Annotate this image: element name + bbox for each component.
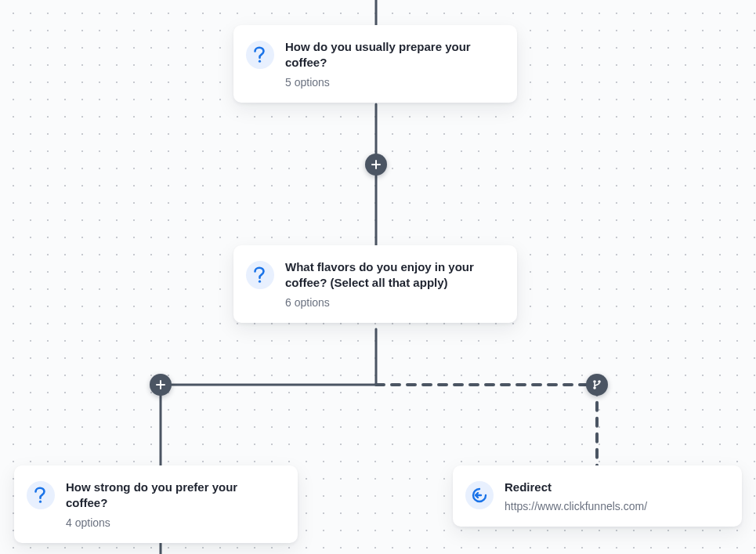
node-title: Redirect xyxy=(505,480,725,495)
node-subtitle: https://www.clickfunnels.com/ xyxy=(505,500,725,512)
redirect-arrow-icon xyxy=(465,481,494,509)
node-subtitle: 5 options xyxy=(285,76,500,89)
plus-icon xyxy=(371,159,382,170)
svg-point-4 xyxy=(593,386,596,389)
flow-node-question-flavors[interactable]: What flavors do you enjoy in your coffee… xyxy=(233,245,517,323)
add-step-button[interactable] xyxy=(150,374,172,396)
question-icon xyxy=(246,41,274,69)
branch-icon xyxy=(591,379,602,390)
node-subtitle: 6 options xyxy=(285,296,500,309)
flow-node-question-strength[interactable]: How strong do you prefer your coffee? 4 … xyxy=(14,465,298,543)
node-title: How strong do you prefer your coffee? xyxy=(66,480,280,512)
svg-point-0 xyxy=(259,60,261,63)
flow-node-redirect[interactable]: Redirect https://www.clickfunnels.com/ xyxy=(453,465,742,527)
svg-point-2 xyxy=(593,380,596,383)
question-icon xyxy=(246,261,274,289)
branch-button[interactable] xyxy=(586,374,608,396)
flow-node-question-prepare[interactable]: How do you usually prepare your coffee? … xyxy=(233,25,517,103)
node-title: What flavors do you enjoy in your coffee… xyxy=(285,259,500,291)
node-subtitle: 4 options xyxy=(66,516,280,529)
svg-point-3 xyxy=(598,380,601,383)
svg-point-5 xyxy=(39,501,42,503)
node-title: How do you usually prepare your coffee? xyxy=(285,39,500,71)
svg-point-1 xyxy=(259,281,261,283)
flow-canvas[interactable]: How do you usually prepare your coffee? … xyxy=(0,0,756,554)
plus-icon xyxy=(155,379,166,390)
question-icon xyxy=(27,481,55,509)
add-step-button[interactable] xyxy=(365,154,387,176)
